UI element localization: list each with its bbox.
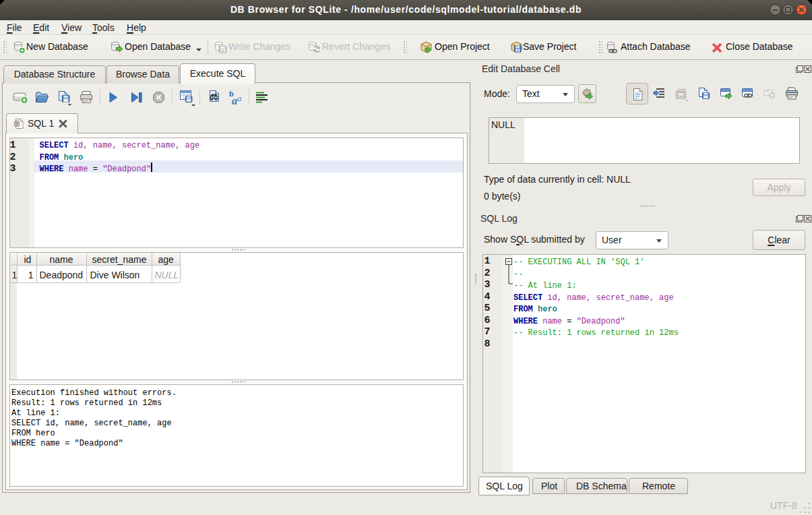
svg-text:a: a [232,95,237,106]
svg-text:a: a [237,93,242,103]
